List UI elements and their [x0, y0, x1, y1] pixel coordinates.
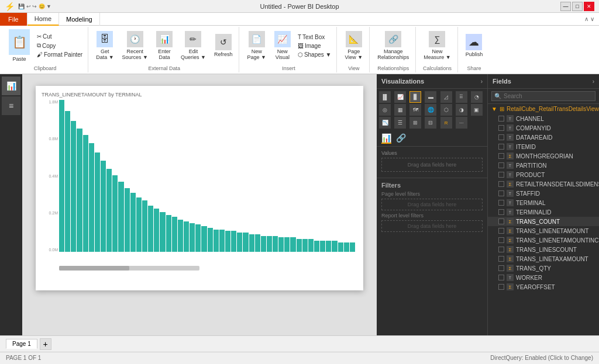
field-item[interactable]: TCOMPANYID [488, 123, 599, 133]
field-item[interactable]: ΣYEAROFFSET [488, 282, 599, 292]
viz-bar-chart-icon[interactable]: ▐▌ [379, 91, 391, 103]
field-item[interactable]: TWORKER [488, 273, 599, 282]
viz-table-icon[interactable]: ⊞ [409, 117, 421, 129]
field-checkbox[interactable] [498, 144, 504, 150]
fields-expand[interactable]: › [593, 78, 594, 85]
field-checkbox[interactable] [498, 209, 504, 215]
text-box-button[interactable]: T Text Box [296, 33, 333, 41]
field-item[interactable]: TTERMINALID [488, 207, 599, 217]
tab-file[interactable]: File [0, 13, 27, 26]
field-checkbox[interactable] [498, 134, 504, 140]
field-item[interactable]: TITEMID [488, 142, 599, 151]
field-checkbox[interactable] [498, 153, 504, 159]
field-checkbox[interactable] [498, 200, 504, 206]
viz-custom-r-icon[interactable]: R [440, 117, 452, 129]
viz-more-icon[interactable]: ··· [456, 117, 467, 129]
cut-button[interactable]: ✂ Cut [35, 33, 84, 40]
format-painter-button[interactable]: 🖌 Format Painter [35, 51, 84, 58]
fields-search-input[interactable] [504, 93, 593, 99]
field-checkbox[interactable] [498, 275, 504, 280]
viz-column-chart-icon[interactable]: ▊ [409, 91, 421, 103]
publish-button[interactable]: ☁ Publish [463, 32, 486, 59]
refresh-button[interactable]: ↺ Refresh [211, 32, 236, 59]
field-checkbox[interactable] [498, 256, 504, 262]
tab-modeling[interactable]: Modeling [59, 13, 100, 26]
viz-pie-icon[interactable]: ◔ [471, 91, 483, 103]
get-data-button[interactable]: 🗄 GetData ▼ [93, 29, 116, 62]
page-1-tab[interactable]: Page 1 [6, 339, 37, 349]
field-item[interactable]: ΣTRANS_LINENETAMOUNTINCLTAX [488, 235, 599, 245]
field-item[interactable]: ΣTRANS_LINESCOUNT [488, 245, 599, 254]
minimize-button[interactable]: — [560, 2, 571, 11]
field-checkbox[interactable] [498, 172, 504, 178]
visualizations-expand[interactable]: › [481, 78, 483, 85]
viz-tab-fields[interactable]: 📊 [381, 133, 391, 144]
field-item[interactable]: TPARTITION [488, 161, 599, 170]
horizontal-scrollbar[interactable] [42, 266, 357, 271]
viz-funnel-icon[interactable]: ⬡ [440, 104, 452, 116]
viz-card-icon[interactable]: ▣ [471, 104, 483, 116]
add-page-button[interactable]: + [40, 338, 51, 350]
field-checkbox[interactable] [498, 116, 504, 122]
viz-matrix-icon[interactable]: ⊟ [425, 117, 436, 129]
shapes-button[interactable]: ⬡ Shapes ▼ [296, 51, 333, 58]
edit-queries-button[interactable]: ✏ EditQueries ▼ [178, 29, 209, 62]
viz-tab-format[interactable]: 🔗 [396, 133, 406, 144]
field-checkbox[interactable] [498, 265, 504, 271]
field-item[interactable]: TTERMINAL [488, 198, 599, 207]
viz-map-icon[interactable]: 🗺 [409, 104, 421, 116]
canvas-page[interactable]: TRANS_LINENETAMOUNT by TERMINAL 1.8M 0.8… [36, 86, 363, 290]
viz-area-chart-icon[interactable]: ◿ [440, 91, 452, 103]
manage-relationships-button[interactable]: 🔗 ManageRelationships [374, 29, 412, 62]
directquery-status[interactable]: DirectQuery: Enabled (Click to Change) [490, 355, 593, 361]
viz-donut-icon[interactable]: ◎ [379, 104, 391, 116]
data-view-icon[interactable]: ≡ [2, 96, 20, 115]
field-checkbox[interactable] [498, 190, 504, 196]
paste-button[interactable]: 📋 Paste [6, 27, 33, 64]
page-filters-drop[interactable]: Drag data fields here [381, 199, 483, 210]
field-item[interactable]: ΣTRANS_QTY [488, 264, 599, 273]
field-checkbox[interactable] [498, 162, 504, 168]
field-checkbox[interactable] [498, 219, 504, 224]
new-page-button[interactable]: 📄 NewPage ▼ [244, 29, 268, 62]
field-checkbox[interactable] [498, 125, 504, 131]
viz-scatter-icon[interactable]: ⠿ [456, 91, 467, 103]
recent-sources-button[interactable]: 🕐 RecentSources ▼ [119, 29, 151, 62]
enter-data-button[interactable]: 📊 EnterData [153, 29, 175, 62]
field-checkbox[interactable] [498, 284, 504, 290]
viz-line-chart-icon[interactable]: 📈 [394, 91, 406, 103]
field-item[interactable]: ΣTRANS_LINETAXAMOUNT [488, 254, 599, 264]
copy-button[interactable]: ⧉ Copy [35, 41, 84, 50]
viz-stacked-bar-icon[interactable]: ▬ [425, 91, 436, 103]
report-view-icon[interactable]: 📊 [2, 77, 20, 95]
viz-kpi-icon[interactable]: 📉 [379, 117, 391, 129]
tab-home[interactable]: Home [27, 13, 59, 26]
field-item[interactable]: ΣRETAILTRANSDETAILSDIMENSION [488, 179, 599, 189]
fields-search-box[interactable]: 🔍 [491, 91, 595, 101]
new-measure-button[interactable]: ∑ NewMeasure ▼ [421, 29, 453, 62]
fields-table-header[interactable]: ▼ ⊞ RetailCube_RetailTransDetailsView [488, 104, 599, 114]
viz-filled-map-icon[interactable]: 🌐 [425, 104, 436, 116]
field-item[interactable]: TDATAAREAID [488, 133, 599, 142]
viz-treemap-icon[interactable]: ▦ [394, 104, 406, 116]
field-item[interactable]: ΣTRANS_LINENETAMOUNT [488, 226, 599, 235]
image-button[interactable]: 🖼 Image [296, 42, 333, 50]
field-item[interactable]: ΣMONTHGREGORIAN [488, 151, 599, 161]
field-item[interactable]: TSTAFFID [488, 189, 599, 198]
page-view-button[interactable]: 📐 PageView ▼ [342, 29, 366, 62]
viz-values-drop[interactable]: Drag data fields here [381, 158, 483, 172]
field-item[interactable]: ΣTRANS_COUNT [488, 217, 599, 226]
report-filters-drop[interactable]: Drag data fields here [381, 220, 483, 232]
title-bar-controls[interactable]: — □ ✕ [560, 2, 594, 11]
field-checkbox[interactable] [498, 228, 504, 234]
viz-gauge-icon[interactable]: ◑ [456, 104, 467, 116]
field-checkbox[interactable] [498, 181, 504, 187]
field-checkbox[interactable] [498, 237, 504, 243]
maximize-button[interactable]: □ [572, 2, 583, 11]
close-button[interactable]: ✕ [584, 2, 594, 11]
field-item[interactable]: TPRODUCT [488, 170, 599, 179]
viz-slicer-icon[interactable]: ☰ [394, 117, 406, 129]
field-item[interactable]: TCHANNEL [488, 114, 599, 123]
field-checkbox[interactable] [498, 247, 504, 252]
new-visual-button[interactable]: 📈 NewVisual [271, 29, 294, 62]
